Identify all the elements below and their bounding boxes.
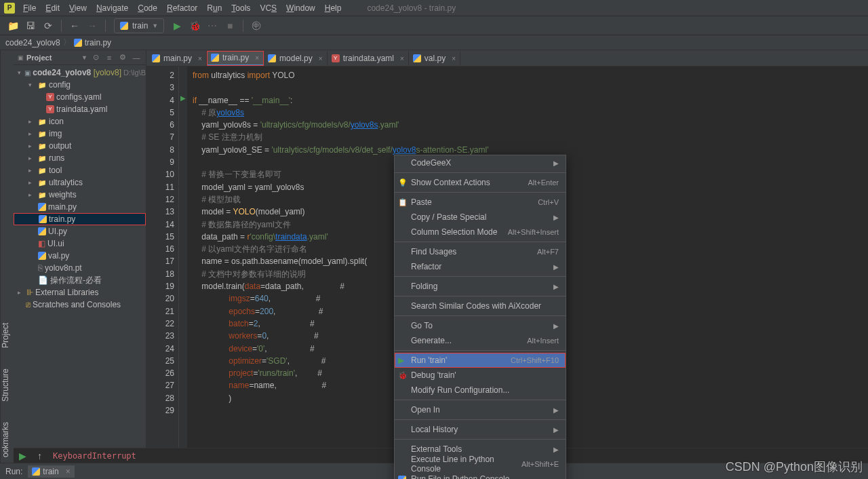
watermark: CSDN @Python图像识别: [726, 459, 863, 475]
menu-code[interactable]: Code: [134, 2, 161, 14]
ctx-debug-train-[interactable]: 🐞Debug 'train': [395, 368, 566, 383]
tab-main.py[interactable]: main.py×: [148, 51, 207, 66]
tab-bookmarks[interactable]: ookmarks: [1, 422, 14, 457]
menu-file[interactable]: File: [19, 2, 40, 14]
open-icon[interactable]: 📁: [5, 18, 20, 33]
hide-icon[interactable]: —: [131, 52, 142, 63]
ctx-search-similar-codes-with-aixcoder[interactable]: Search Similar Codes with AiXcoder: [395, 299, 566, 313]
breadcrumb-project[interactable]: code24_yolov8: [5, 38, 60, 47]
tree-file-traindata-yaml[interactable]: Ytraindata.yaml: [14, 103, 146, 115]
run-config-selector[interactable]: train ▼: [114, 18, 164, 33]
tree-external-libs[interactable]: ▸⊪External Libraries: [14, 286, 146, 299]
run-gutter[interactable]: ▶: [179, 66, 187, 448]
breadcrumb: code24_yolov8 〉 train.py: [0, 35, 868, 50]
translate-icon[interactable]: ㊥: [249, 18, 264, 33]
tree-dir-output[interactable]: ▸📁output: [14, 140, 146, 152]
app-icon: P: [4, 3, 15, 14]
project-header: ▣ Project ▼ ⊙ ≡ ⚙ —: [14, 50, 146, 65]
menu-run[interactable]: Run: [203, 2, 226, 14]
menubar: P File Edit View Navigate Code Refactor …: [0, 0, 868, 16]
toolbar: 📁 🖫 ⟳ ← → train ▼ ▶ 🐞 ⋯ ■ ㊥: [0, 16, 868, 35]
run-tab[interactable]: train×: [28, 465, 74, 478]
ctx-paste[interactable]: 📋PasteCtrl+V: [395, 195, 566, 210]
tree-file-uiui[interactable]: ◧UI.ui: [14, 237, 146, 250]
tree-dir-tool[interactable]: ▸📁tool: [14, 164, 146, 176]
menu-view[interactable]: View: [65, 2, 91, 14]
ctx-run-file-in-python-console[interactable]: Run File in Python Console: [395, 472, 566, 479]
tree-file-pt[interactable]: ⎘yolov8n.pt: [14, 262, 146, 274]
tab-train.py[interactable]: train.py×: [207, 51, 264, 66]
expand-all-icon[interactable]: ≡: [104, 52, 115, 63]
run-label: Run:: [5, 467, 22, 476]
project-panel: ▣ Project ▼ ⊙ ≡ ⚙ — ▾▣code24_yolov8 [yol…: [14, 50, 146, 463]
tree-dir-ultralytics[interactable]: ▸📁ultralytics: [14, 176, 146, 189]
menu-window[interactable]: Window: [282, 2, 319, 14]
tab-structure[interactable]: Structure: [1, 368, 14, 402]
tree-scratches[interactable]: ⎚Scratches and Consoles: [14, 299, 146, 311]
ctx-execute-line-in-python-console[interactable]: Execute Line in Python ConsoleAlt+Shift+…: [395, 457, 566, 472]
tree-dir-config[interactable]: ▾📁config: [14, 79, 146, 91]
save-icon[interactable]: 🖫: [23, 18, 38, 33]
tree-file-configs-yaml[interactable]: Yconfigs.yaml: [14, 91, 146, 103]
tree-dir-weights[interactable]: ▸📁weights: [14, 189, 146, 201]
ctx-codegeex[interactable]: CodeGeeX▶: [395, 155, 566, 170]
ctx-modify-run-configuration-[interactable]: Modify Run Configuration...: [395, 383, 566, 398]
ctx-open-in[interactable]: Open In▶: [395, 402, 566, 417]
tree-dir-icon[interactable]: ▸📁icon: [14, 115, 146, 128]
gutter: 2345678910111213141516171819202122232425…: [146, 66, 179, 448]
ctx-folding[interactable]: Folding▶: [395, 279, 566, 294]
run-icon[interactable]: ▶: [170, 18, 184, 33]
project-header-title: Project: [26, 54, 79, 62]
python-icon: [74, 39, 82, 47]
ctx-show-context-actions[interactable]: 💡Show Context ActionsAlt+Enter: [395, 175, 566, 190]
tree-root[interactable]: ▾▣code24_yolov8 [yolov8] D:\lg\B: [14, 66, 146, 79]
ctx-local-history[interactable]: Local History▶: [395, 422, 566, 437]
ctx-run-train-[interactable]: ▶Run 'train'Ctrl+Shift+F10: [395, 353, 566, 368]
back-icon[interactable]: ←: [67, 18, 82, 33]
context-menu[interactable]: CodeGeeX▶💡Show Context ActionsAlt+Enter📋…: [394, 155, 566, 479]
menu-tools[interactable]: Tools: [227, 2, 254, 14]
menu-refactor[interactable]: Refactor: [163, 2, 201, 14]
stop-icon[interactable]: ■: [222, 18, 237, 33]
sync-icon[interactable]: ⟳: [41, 18, 56, 33]
select-opened-icon[interactable]: ⊙: [90, 52, 101, 63]
tree-dir-runs[interactable]: ▸📁runs: [14, 152, 146, 164]
tree-file-train[interactable]: train.py: [14, 213, 146, 225]
ctx-copy-paste-special[interactable]: Copy / Paste Special▶: [395, 210, 566, 225]
tree-dir-img[interactable]: ▸📁img: [14, 128, 146, 140]
menu-help[interactable]: Help: [321, 2, 346, 14]
tree-file-val[interactable]: val.py: [14, 250, 146, 262]
editor-tabs: main.py×train.py×model.py×Ytraindata.yam…: [146, 50, 868, 66]
run-config-label: train: [132, 21, 148, 31]
tree-file-main[interactable]: main.py: [14, 201, 146, 213]
breadcrumb-file[interactable]: train.py: [85, 38, 111, 47]
forward-icon[interactable]: →: [85, 18, 100, 33]
menu-edit[interactable]: Edit: [41, 2, 64, 14]
tab-val.py[interactable]: val.py×: [409, 51, 460, 66]
ctx-find-usages[interactable]: Find UsagesAlt+F7: [395, 244, 566, 259]
debug-icon[interactable]: 🐞: [187, 18, 202, 33]
tab-project[interactable]: Project: [1, 323, 14, 348]
rerun-icon[interactable]: ▶: [19, 451, 26, 461]
tab-model.py[interactable]: model.py×: [264, 51, 328, 66]
tree-file-uipy[interactable]: UI.py: [14, 225, 146, 237]
ctx-column-selection-mode[interactable]: Column Selection ModeAlt+Shift+Insert: [395, 225, 566, 240]
ctx-generate-[interactable]: Generate...Alt+Insert: [395, 333, 566, 348]
python-icon: [120, 22, 128, 30]
window-title: code24_yolov8 - train.py: [367, 3, 456, 13]
up-icon[interactable]: ↑: [37, 451, 42, 461]
ctx-refactor[interactable]: Refactor▶: [395, 259, 566, 274]
menu-navigate[interactable]: Navigate: [92, 2, 132, 14]
settings-icon[interactable]: ⚙: [117, 52, 128, 63]
tab-traindata.yaml[interactable]: Ytraindata.yaml×: [328, 51, 409, 66]
project-tree[interactable]: ▾▣code24_yolov8 [yolov8] D:\lg\B ▾📁confi…: [14, 65, 146, 463]
tree-file-flow[interactable]: 📄操作流程-必看: [14, 274, 146, 286]
ctx-go-to[interactable]: Go To▶: [395, 318, 566, 333]
menu-vcs[interactable]: VCS: [256, 2, 281, 14]
more-run-icon[interactable]: ⋯: [205, 18, 220, 33]
output-text: KeyboardInterrupt: [53, 451, 136, 461]
left-toolwindow-bar[interactable]: ookmarks Structure Project: [0, 50, 14, 463]
